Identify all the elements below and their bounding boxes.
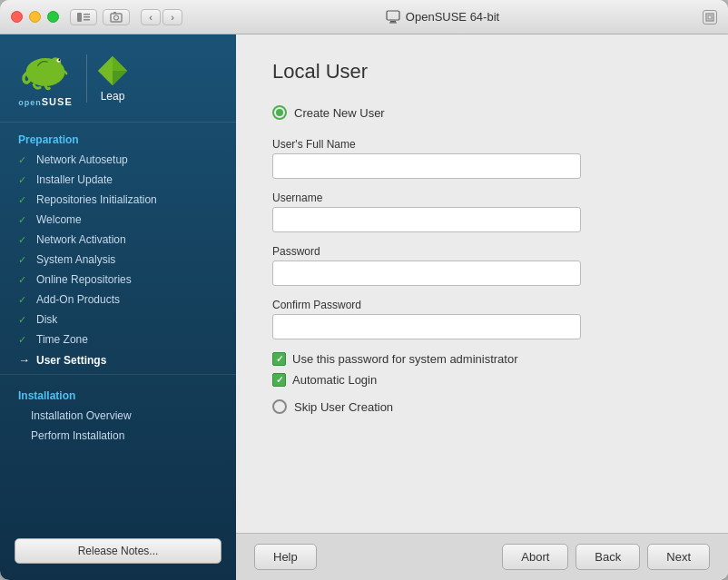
confirm-password-label-text: Confirm Password [272,299,361,311]
sidebar-toggle-button[interactable] [70,9,97,25]
opensuse-logo: openSUSE [18,49,73,107]
sidebar-item-label: Network Autosetup [36,153,128,166]
bottom-left: Help [254,544,502,570]
use-password-admin-group[interactable]: Use this password for system administrat… [272,352,692,366]
sidebar-item-online-repositories[interactable]: ✓ Online Repositories [0,270,236,290]
svg-rect-8 [390,21,396,23]
svg-rect-9 [389,22,397,23]
monitor-icon [386,10,400,25]
traffic-lights [11,11,59,23]
help-button[interactable]: Help [254,544,317,570]
svg-point-5 [114,15,119,20]
next-button[interactable]: Next [647,544,710,570]
sidebar-item-label: Add-On Products [36,293,120,306]
main-window: ‹ › OpenSUSE 64-bit [0,0,728,580]
password-group: Password [272,245,581,286]
sidebar-item-label: Disk [36,313,57,326]
sidebar-item-installation-overview[interactable]: Installation Overview [0,406,236,426]
abort-button[interactable]: Abort [502,544,568,570]
sidebar-divider [0,374,236,375]
sidebar: openSUSE Leap Preparation ✓ Network [0,34,236,580]
svg-marker-18 [113,71,127,85]
svg-marker-17 [113,55,127,70]
password-label: Password [272,245,581,258]
expand-button[interactable] [703,10,717,25]
confirm-password-input[interactable] [272,314,581,339]
sidebar-item-disk[interactable]: ✓ Disk [0,310,236,329]
right-panel: Local User Create New User User's Full N… [236,34,728,580]
password-label-text: Password [272,245,320,258]
svg-rect-10 [706,14,713,21]
titlebar-controls [70,9,130,25]
sidebar-item-welcome[interactable]: ✓ Welcome [0,210,236,230]
bottom-bar: Help Abort Back Next [236,533,728,580]
svg-rect-7 [387,11,399,20]
sidebar-item-label: Welcome [36,213,82,226]
bottom-buttons: Abort Back Next [502,544,710,570]
svg-rect-11 [708,15,712,19]
minimize-button[interactable] [29,11,41,23]
sidebar-item-label: Repositories Initialization [36,193,157,206]
sidebar-item-perform-installation[interactable]: Perform Installation [0,426,236,446]
back-button[interactable]: Back [576,544,640,570]
sidebar-item-system-analysis[interactable]: ✓ System Analysis [0,250,236,270]
sidebar-item-label: Installer Update [36,173,113,186]
sidebar-item-time-zone[interactable]: ✓ Time Zone [0,329,236,349]
nav-buttons: ‹ › [141,9,182,25]
create-new-user-radio[interactable] [272,105,287,120]
sidebar-item-network-autosetup[interactable]: ✓ Network Autosetup [0,150,236,170]
sidebar-item-network-activation[interactable]: ✓ Network Activation [0,230,236,250]
back-nav-button[interactable]: ‹ [141,9,161,25]
panel-content: Local User Create New User User's Full N… [236,34,728,533]
username-group: Username [272,192,581,232]
window-title: OpenSUSE 64-bit [406,10,499,24]
installation-section-label: Installation [0,378,236,406]
sidebar-item-label: Network Activation [36,233,126,246]
confirm-password-label: Confirm Password [272,299,581,311]
svg-rect-3 [84,19,90,21]
full-name-input[interactable] [272,153,581,179]
check-icon: ✓ [18,234,31,246]
svg-rect-1 [84,14,90,15]
check-icon: ✓ [18,254,31,266]
screenshot-button[interactable] [103,9,130,25]
automatic-login-checkbox[interactable] [272,373,286,387]
sidebar-item-label: Online Repositories [36,273,132,286]
svg-rect-6 [113,12,116,14]
check-icon: ✓ [18,174,31,186]
maximize-button[interactable] [47,11,59,23]
automatic-login-group[interactable]: Automatic Login [272,373,692,387]
preparation-section-label: Preparation [0,123,236,150]
check-icon: ✓ [18,314,31,326]
close-button[interactable] [11,11,23,23]
window-title-bar: OpenSUSE 64-bit [182,10,703,25]
sidebar-item-repositories-init[interactable]: ✓ Repositories Initialization [0,190,236,210]
username-input[interactable] [272,207,581,232]
skip-user-creation-option[interactable]: Skip User Creation [272,399,692,414]
svg-rect-0 [77,13,82,22]
sidebar-item-label: User Settings [36,354,106,367]
create-new-user-option[interactable]: Create New User [272,105,692,120]
forward-nav-button[interactable]: › [162,9,182,25]
opensuse-text: openSUSE [18,96,72,107]
check-icon: ✓ [18,214,31,226]
check-icon: ✓ [18,154,31,166]
release-notes-button[interactable]: Release Notes... [15,538,221,564]
opensuse-chameleon-icon [18,49,73,94]
sidebar-item-installer-update[interactable]: ✓ Installer Update [0,170,236,190]
sidebar-item-user-settings[interactable]: → User Settings [0,349,236,370]
sidebar-logo: openSUSE Leap [0,34,236,123]
username-label-text: Username [272,192,322,204]
leap-diamond-icon [96,54,129,87]
use-password-admin-label: Use this password for system administrat… [292,352,518,366]
sidebar-item-add-on-products[interactable]: ✓ Add-On Products [0,290,236,310]
check-icon: ✓ [18,194,31,206]
skip-user-creation-radio[interactable] [272,399,287,414]
automatic-login-label: Automatic Login [292,373,377,387]
page-title: Local User [272,60,692,84]
confirm-password-group: Confirm Password [272,299,581,339]
create-new-user-label: Create New User [294,106,385,120]
username-label: Username [272,192,581,204]
use-password-admin-checkbox[interactable] [272,352,286,366]
password-input[interactable] [272,261,581,286]
